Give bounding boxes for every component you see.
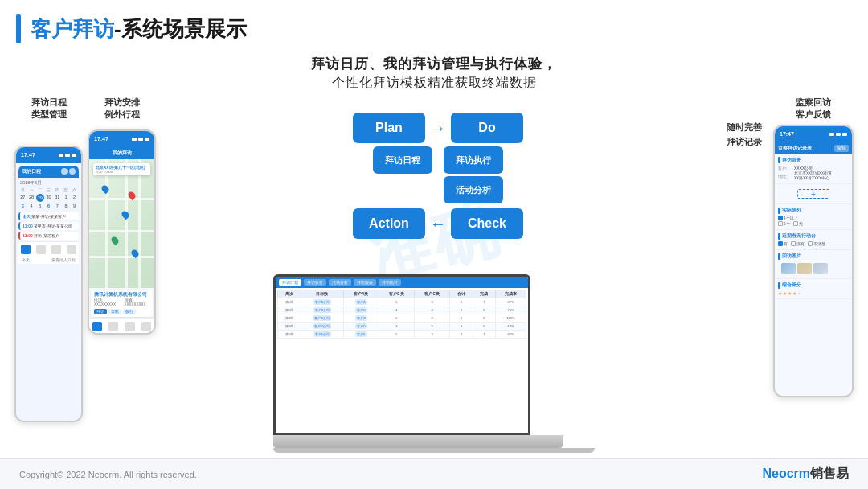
title-suffix: -系统场景展示 [114, 17, 247, 41]
sub-analyze: 活动分析 [444, 176, 503, 203]
phone-status-icons [59, 154, 76, 157]
laptop-wrapper: 拜访计划 拜访执行 活动分析 拜访报表 拜访统计 周次 目标数 客户A类 客户B… [273, 274, 595, 453]
th-complete: 完成 [473, 290, 495, 298]
add-icon[interactable] [69, 168, 76, 175]
signal-icon [59, 154, 63, 157]
tab-analyze[interactable]: 活动分析 [329, 279, 351, 286]
add-door-btn[interactable]: + [778, 187, 849, 201]
tab-report[interactable]: 拜访报表 [354, 279, 376, 286]
laptop-table-area: 周次 目标数 客户A类 客户B类 客户C类 合计 完成 完成率 第1周 [276, 288, 528, 340]
company-info-box: 腾讯计算机系统有限公司 电话: XXXXXXXXX 传真: XXXXXXXXX … [91, 290, 153, 317]
brand-logo: Neocrm销售易 [762, 466, 849, 483]
checkbox-3[interactable] [793, 221, 798, 226]
event-list: 全天 某某-拜访-某某客户 11:00 某甲市-拜访-某某公司 13:00 拜访… [18, 212, 79, 240]
phone-bottom-nav [18, 241, 79, 256]
title-prefix: 客户拜访 [31, 17, 114, 41]
map-home-icon[interactable] [92, 322, 102, 331]
map-contact-icon[interactable] [125, 322, 135, 331]
page-title: 客户拜访-系统场景展示 [31, 15, 247, 43]
rating-stars: ★ ★ ★ ★ ★ [778, 290, 849, 296]
phone-status-bar: 17:47 [16, 147, 81, 163]
wifi-icon [138, 138, 143, 141]
form-section-action: 近期有无行动台 有 没有 [775, 230, 852, 250]
visit-btn[interactable]: 拜访 [94, 309, 107, 314]
form-row-customer: 客户: XXXX公司 [778, 166, 849, 171]
map-phone-status: 17:47 [89, 131, 154, 147]
table-row: 第1周 客户A公司 客户A 5 3 8 7 87% [278, 298, 526, 306]
left-section: 拜访日程 类型管理 17:47 我的日程 [14, 97, 156, 422]
pdca-plan-box: Plan [353, 113, 425, 143]
left-label: 拜访日程 类型管理 [14, 97, 83, 121]
th-c2: 客户B类 [379, 290, 414, 298]
pdca-sub-row: 拜访日程 拜访执行 活动分析 [321, 146, 555, 203]
right-sub: 拜访执行 活动分析 [444, 146, 503, 203]
th-total: 合计 [450, 290, 473, 298]
map-list-icon[interactable] [108, 322, 118, 331]
tab-execute[interactable]: 拜访执行 [304, 279, 326, 286]
checkbox-1[interactable] [778, 216, 783, 220]
wifi-icon [65, 154, 70, 157]
battery-icon [72, 154, 76, 157]
tab-stats[interactable]: 拜访统计 [379, 279, 401, 286]
action-cb-3[interactable] [808, 241, 813, 246]
pdca-bottom-row: Action ← Check [353, 208, 523, 239]
battery-icon [842, 133, 847, 136]
th-rate: 完成率 [495, 290, 526, 298]
filter-icon[interactable] [61, 168, 68, 175]
list-icon[interactable] [36, 244, 46, 254]
signal-icon [829, 133, 834, 136]
form-section-rating: 综合评分 ★ ★ ★ ★ ★ [775, 279, 852, 299]
map-bottom-nav [89, 318, 154, 333]
map-phone-icons [132, 138, 149, 141]
header-accent-bar [16, 14, 21, 43]
section-title-photos: 回访照片 [778, 253, 849, 260]
calendar-week-1: 27 28 29 30 31 1 2 [18, 194, 79, 202]
photo-2 [797, 263, 812, 274]
checkbox-2[interactable] [778, 221, 783, 226]
left-sub: 拜访日程 [373, 146, 432, 174]
photo-1 [781, 263, 796, 274]
action-cb-2[interactable] [791, 241, 796, 246]
sub-execute: 拜访执行 [444, 146, 503, 174]
user-icon[interactable] [51, 244, 61, 254]
call-btn[interactable]: 拨打 [123, 309, 136, 314]
subtitle-line2: 个性化拜访模板精准获取终端数据 [0, 75, 868, 92]
pdca-top-row: Plan → Do [353, 113, 523, 143]
phone-right: 17:47 监察拜访记录表 编辑 拜访背景 [773, 125, 854, 397]
right-phone-status: 17:47 [775, 126, 852, 142]
signal-icon [132, 138, 137, 141]
middle-left-phone-wrapper: 拜访安排 例外行程 17:47 我的拜访 [88, 97, 156, 335]
form-section-background: 拜访背景 客户: XXXX公司 地址: 北京市XX区城XX街道XX路XX号XXX… [775, 154, 852, 185]
section-title-1: 拜访背景 [778, 157, 849, 164]
settings-icon[interactable] [67, 244, 76, 254]
home-icon[interactable] [21, 244, 31, 254]
section-title-rating: 综合评分 [778, 281, 849, 289]
sub-schedule: 拜访日程 [373, 146, 432, 174]
navigate-btn[interactable]: 导航 [108, 309, 121, 314]
th-week: 周次 [278, 290, 301, 298]
right-section: 随时完善 拜访记录 监察回访 客户反馈 17:47 监察拜访记录表 [720, 97, 854, 397]
form-section-display: 实际陈列 4个以上 3个 [775, 204, 852, 230]
pdca-diagram: Plan → Do 拜访日程 拜访执行 活动分析 Action ← Check [321, 113, 555, 239]
laptop-foot [273, 448, 595, 453]
page-footer: Copyright© 2022 Neocrm. All rights reser… [0, 458, 868, 489]
photo-3 [813, 263, 828, 274]
action-options: 有 没有 不清楚 [778, 241, 849, 246]
event-item: 13:00 拜访-某乙客户 [18, 232, 79, 240]
map-pin-4 [110, 235, 121, 245]
action-cb-1[interactable] [778, 241, 783, 246]
map-more-icon[interactable] [141, 322, 151, 331]
laptop-data-table: 周次 目标数 客户A类 客户B类 客户C类 合计 完成 完成率 第1周 [277, 290, 526, 339]
calendar-week-headers: 日 一 二 三 四 五 六 [18, 187, 79, 193]
middle-left-label: 拜访安排 例外行程 [88, 97, 156, 121]
display-options-2: 3个 无 [778, 221, 849, 226]
center-right-label: 随时完善 拜访记录 [720, 121, 768, 149]
tab-plan[interactable]: 拜访计划 [279, 279, 301, 286]
right-phone-screen: 拜访背景 客户: XXXX公司 地址: 北京市XX区城XX街道XX路XX号XXX… [775, 154, 852, 396]
table-row: 第4周 客户D公司 客户D 3 5 8 5 62% [278, 323, 526, 331]
battery-icon [145, 138, 149, 141]
phone-map: 17:47 我的拜访 [88, 129, 156, 335]
laptop-screen-inner: 拜访计划 拜访执行 活动分析 拜访报表 拜访统计 周次 目标数 客户A类 客户B… [276, 277, 528, 433]
table-header-row: 周次 目标数 客户A类 客户B类 客户C类 合计 完成 完成率 [278, 290, 526, 298]
section-title-action: 近期有无行动台 [778, 232, 849, 240]
